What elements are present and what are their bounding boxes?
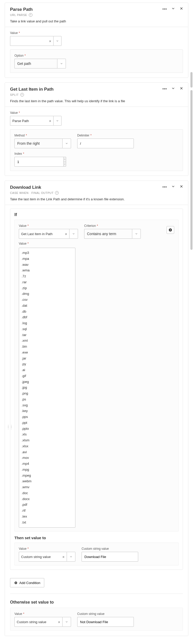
criterion-label: Criterion* (84, 224, 98, 228)
then-custom-input[interactable] (82, 552, 138, 562)
otherwise-custom-input[interactable] (77, 617, 134, 627)
collapse-icon[interactable] (171, 6, 175, 11)
otherwise-value-selected: Custom string value (17, 620, 58, 624)
then-value-select[interactable]: Custom string value× (19, 552, 75, 562)
collapse-icon[interactable] (171, 86, 175, 91)
then-box: Value* Custom string value× Custom strin… (14, 543, 179, 565)
value-select[interactable]: Parse Path× (10, 116, 62, 126)
chevron-down-icon[interactable] (53, 36, 62, 46)
chevron-down-icon[interactable] (67, 552, 75, 562)
scrollbar-thumb[interactable] (190, 90, 192, 250)
clear-icon[interactable]: × (65, 232, 67, 236)
add-condition-button[interactable]: Add Condition (10, 578, 44, 587)
stepper-down[interactable] (63, 162, 66, 167)
clear-icon[interactable]: × (49, 119, 51, 123)
option-label: Option* (14, 54, 26, 57)
clear-icon[interactable]: × (58, 620, 60, 624)
otherwise-title: Otherwise set value to (10, 600, 183, 605)
split-options: Method* From the right Delimiter* Index* (10, 129, 183, 171)
more-icon[interactable] (162, 87, 167, 91)
collapse-icon[interactable] (171, 184, 175, 189)
then-title: Then set value to (14, 536, 179, 540)
card-description: Take the last item in the Link Path and … (10, 197, 183, 201)
separator (10, 594, 183, 594)
card-subtype-text: URL PARSE (10, 13, 27, 16)
value-label: Value* (10, 111, 20, 115)
then-value-selected: Custom string value (21, 555, 62, 559)
more-icon[interactable] (162, 185, 167, 189)
index-input[interactable] (14, 157, 63, 167)
card-header: Parse Path URL PARSE ? Take a link value… (5, 3, 188, 27)
card-subtype: CASE WHEN · FINAL OUTPUT ? (10, 191, 183, 195)
clear-icon[interactable]: × (62, 555, 65, 559)
value-selected: Parse Path (12, 119, 49, 123)
chevron-down-icon[interactable] (132, 229, 141, 239)
close-icon[interactable] (179, 184, 183, 189)
otherwise-value-select[interactable]: Custom string value× (14, 617, 71, 627)
scrollbar-thumb[interactable] (190, 72, 192, 88)
chevron-down-icon[interactable] (69, 229, 78, 239)
stepper-up[interactable] (63, 157, 66, 162)
delimiter-label: Delimiter* (77, 134, 92, 137)
add-criterion-button[interactable] (166, 226, 174, 234)
if-title: If (10, 209, 183, 220)
help-icon[interactable]: ? (55, 191, 59, 195)
criterion-select[interactable]: Contains any term (84, 229, 141, 239)
if-value-select[interactable]: Get Last Item in Path× (19, 229, 78, 239)
card-subtype: URL PARSE ? (10, 13, 183, 17)
card-subtype-text: SPLIT (10, 93, 19, 96)
card-parse-path: Parse Path URL PARSE ? Take a link value… (5, 3, 188, 78)
otherwise-value-label: Value* (14, 612, 24, 616)
card-title: Parse Path (10, 7, 183, 12)
card-description: Finds the last item in the path value. T… (10, 99, 183, 103)
then-custom-label: Custom string value (82, 547, 109, 551)
option-value: Get path (14, 59, 57, 68)
option-select[interactable]: Get path (14, 59, 66, 68)
card-header: Download Link CASE WHEN · FINAL OUTPUT ?… (5, 181, 188, 205)
if-body: Value* Get Last Item in Path× Criterion*… (14, 220, 179, 531)
method-label: Method* (14, 134, 27, 137)
help-icon[interactable]: ? (20, 93, 24, 97)
value-label: Value* (10, 31, 20, 35)
chevron-down-icon[interactable] (57, 59, 66, 68)
if-value-selected: Get Last Item in Path (21, 232, 65, 236)
clear-icon[interactable]: × (49, 39, 51, 43)
card-download-link: Download Link CASE WHEN · FINAL OUTPUT ?… (5, 181, 188, 636)
close-icon[interactable] (179, 6, 183, 11)
index-spinner[interactable] (14, 157, 66, 167)
otherwise-custom-label: Custom string value (77, 612, 104, 616)
option-box: Option* Get path (10, 49, 183, 73)
ext-list-label: Value* (19, 242, 29, 245)
card-subtype: SPLIT ? (10, 93, 183, 97)
card-header: Get Last Item in Path SPLIT ? Finds the … (5, 83, 188, 107)
card-get-last-item: Get Last Item in Path SPLIT ? Finds the … (5, 82, 188, 176)
help-icon[interactable]: ? (29, 13, 32, 17)
card-subtype-text: CASE WHEN · FINAL OUTPUT (10, 191, 54, 194)
index-label: Index* (14, 152, 24, 156)
chevron-down-icon[interactable] (62, 139, 71, 148)
ext-list-textarea[interactable]: .mp3 .mpa .wav .wma .7z .rar .zip .dmg .… (19, 248, 75, 528)
method-select[interactable]: From the right (14, 139, 71, 148)
card-title: Get Last Item in Path (10, 87, 183, 92)
close-icon[interactable] (179, 86, 183, 91)
if-value-label: Value* (19, 224, 29, 228)
criterion-value: Contains any term (84, 229, 132, 239)
chevron-down-icon[interactable] (62, 617, 71, 627)
method-value: From the right (14, 139, 62, 148)
then-value-label: Value* (19, 547, 29, 551)
value-select[interactable]: × (10, 36, 62, 46)
chevron-down-icon[interactable] (53, 116, 62, 126)
card-description: Take a link value and pull out the path (10, 19, 183, 23)
otherwise-box: Value* Custom string value× Custom strin… (10, 608, 183, 631)
if-condition-block: If Value* Get Last Item in Path× Criteri… (10, 209, 183, 570)
delimiter-input[interactable] (77, 139, 134, 148)
add-condition-label: Add Condition (19, 581, 40, 585)
drag-handle-icon[interactable]: ⋮⋮⋮⋮ (7, 425, 13, 428)
card-title: Download Link (10, 185, 183, 190)
more-icon[interactable] (162, 7, 167, 11)
